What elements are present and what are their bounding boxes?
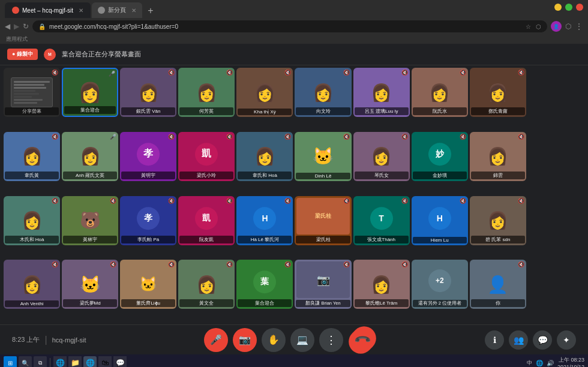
extensions-icon[interactable]: ⬡ [565, 22, 571, 31]
bookmark-icon[interactable]: ☆ [526, 23, 531, 30]
participant-tile-9[interactable]: 👩 Anh 羅氏文英 🎤 [62, 132, 118, 181]
participant-tile-30[interactable]: 葉 葉合迎合 🔇 [236, 260, 293, 309]
participant-tile-11[interactable]: 凱 梁氏小玲 🔇 [178, 132, 235, 181]
participant-tile-extra[interactable]: +2 還有另外 2 位使用者 [412, 260, 468, 309]
participant-name-21: Hà Lê 黎氏河 [238, 236, 292, 243]
profile-icon[interactable]: 👤 [551, 21, 562, 32]
participant-name-4: 向文玲 [296, 107, 350, 115]
participant-tile-1[interactable]: 👩 銀氏雲 Vân 🔇 [120, 68, 176, 117]
mute-icon-17: 🔇 [52, 198, 58, 204]
chat-button[interactable]: 💬 [533, 330, 552, 350]
participant-tile-10[interactable]: 孝 黃明宇 🔇 [120, 132, 176, 181]
participant-tile-15[interactable]: 妙 金妙璜 🔇 [412, 132, 468, 181]
window-maximize[interactable] [565, 4, 572, 11]
participant-tile-2[interactable]: 👩 何芳英 🔇 [178, 68, 235, 117]
mute-icon-2: 🔇 [226, 70, 233, 76]
participant-name-28: 董氏齊Liệu [121, 299, 175, 307]
screen-share-button[interactable]: 💻 [290, 328, 314, 352]
participant-name-16: 錦雲 [471, 172, 525, 179]
activities-button[interactable]: ✦ [557, 330, 576, 350]
participant-tile-28[interactable]: 🐱 董氏齊Liệu 🔇 [120, 260, 176, 309]
participant-tile-26[interactable]: 👩 Anh Venthi 🔇 [4, 260, 60, 309]
mute-icon-6: 🔇 [460, 70, 466, 76]
tab-close-meet[interactable]: ✕ [79, 7, 83, 14]
screen-tile-label: 分享螢幕 [5, 107, 59, 115]
sharing-notice: 葉合迎合正在分享螢幕畫面 [62, 50, 141, 59]
participant-tile-brian-yen[interactable]: 📷 顏良謙 Brian Yen 🔇 [295, 260, 351, 309]
mic-button[interactable]: 🎤 [204, 328, 228, 352]
participant-tile-27[interactable]: 🐱 梁氏夢Md 🔇 [62, 260, 118, 309]
taskbar-line-icon[interactable]: 💬 [113, 356, 127, 367]
participant-tile-17[interactable]: 👩 木氏和 Hoà 🔇 [4, 196, 60, 245]
participant-tile-7[interactable]: 👩 鄧氏青蘿 🔇 [470, 68, 526, 117]
participant-tile-31[interactable]: 👩 黎氏蟾Lê Trâm 🔇 [353, 260, 410, 309]
mute-icon-you: 🔇 [518, 261, 524, 267]
app-label-bar: 應用程式 [0, 35, 588, 44]
taskview-button[interactable]: ⧉ [34, 356, 47, 367]
participant-tile-0[interactable]: 👩 葉合迎合 🎤 [62, 68, 118, 117]
info-button[interactable]: ℹ [485, 330, 504, 350]
participant-tile-4[interactable]: 👩 向文玲 🔇 [295, 68, 351, 117]
participant-name-25: 碧 氏苯 sdn [471, 236, 525, 243]
tab-meet[interactable]: Meet – hcq-mgjf-sit ✕ [5, 2, 91, 18]
time-separator: | [44, 335, 47, 345]
window-close[interactable] [576, 4, 583, 11]
taskbar-ie-icon[interactable]: 🌐 [53, 356, 67, 367]
taskbar-folder-icon[interactable]: 📁 [68, 356, 82, 367]
menu-icon[interactable]: ⋮ [575, 22, 583, 31]
participant-name-19: 李氏帕 Pá [121, 236, 175, 243]
participant-tile-you[interactable]: 👤 你 🔇 [470, 260, 526, 309]
participant-name-8: 韋氏黃 [5, 172, 59, 179]
bottom-control-bar: 8:23 上午 | hcq-mgjf-sit 🎤 📷 ✋ 💻 ⋮ 📞 ℹ 👥 💬… [0, 324, 588, 354]
participant-name-23: 張文成Thành [355, 236, 409, 243]
new-tab-button[interactable]: + [143, 4, 158, 18]
participant-tile-14[interactable]: 👩 琴氏女 🔇 [353, 132, 410, 181]
tab-icon-newtab [98, 7, 105, 14]
participant-tile-5[interactable]: 👩 呂玉 渡璃Luu ly 🔇 [353, 68, 410, 117]
tab-newtab[interactable]: 新分頁 ✕ [92, 2, 142, 18]
participant-tile-29[interactable]: 👩 黃文全 🔇 [178, 260, 235, 309]
screen-mute-icon: 🔇 [52, 70, 58, 76]
taskbar-chrome-icon[interactable]: 🌐 [83, 356, 97, 367]
hand-raise-button[interactable]: ✋ [262, 328, 286, 352]
participant-name-0: 葉合迎合 [64, 106, 116, 114]
address-bar[interactable]: 🔒 meet.google.com/hcq-mgjf-sit?pli=1&aut… [32, 20, 547, 32]
tab-close-newtab[interactable]: ✕ [131, 7, 136, 14]
search-button[interactable]: 🔍 [19, 356, 32, 367]
mute-icon-1: 🔇 [168, 70, 175, 76]
participant-tile-23[interactable]: T 張文成Thành 🔇 [353, 196, 410, 245]
camera-button[interactable]: 📷 [233, 328, 257, 352]
nav-refresh[interactable]: ↻ [23, 22, 29, 31]
window-minimize[interactable] [554, 4, 562, 11]
nav-forward[interactable]: ▶ [14, 22, 19, 31]
end-call-button[interactable]: 📞 [344, 321, 381, 358]
start-button[interactable]: ⊞ [4, 356, 17, 367]
mute-icon-8: 🔇 [52, 134, 58, 140]
participant-tile-6[interactable]: 👩 阮氏水 🔇 [412, 68, 468, 117]
people-button[interactable]: 👥 [509, 330, 528, 350]
mute-icon-20: 🔇 [226, 198, 233, 204]
participant-tile-13[interactable]: 🐱 Dinh Lê 🔇 [295, 132, 351, 181]
participant-tile-22[interactable]: 梁氏桂 梁氏桂 🔇 [295, 196, 351, 245]
participant-tile-20[interactable]: 凱 阮友凱 🔇 [178, 196, 235, 245]
participant-tile-12[interactable]: 👩 韋氏和 Hoà 🔇 [236, 132, 293, 181]
mute-icon-10: 🔇 [168, 134, 175, 140]
mute-icon-25: 🔇 [518, 198, 524, 204]
participant-tile-18[interactable]: 🐻 黃林宇 🔇 [62, 196, 118, 245]
participant-tile-24[interactable]: H Hiem Lu 🔇 [412, 196, 468, 245]
more-options-button[interactable]: ⋮ [319, 328, 343, 352]
participant-tile-3[interactable]: 👩 Kha thị Xý 🔇 [236, 68, 293, 117]
nav-back[interactable]: ◀ [5, 22, 10, 31]
taskbar-store-icon[interactable]: 🛍 [98, 356, 112, 367]
participant-tile-21[interactable]: H Hà Lê 黎氏河 🔇 [236, 196, 293, 245]
extension-icon[interactable]: ⬡ [536, 23, 541, 30]
participant-name-1: 銀氏雲 Vân [121, 107, 175, 115]
participant-tile-8[interactable]: 👩 韋氏黃 🔇 [4, 132, 60, 181]
mute-icon-23: 🔇 [401, 198, 408, 204]
participant-tile-25[interactable]: 👩 碧 氏苯 sdn 🔇 [470, 196, 526, 245]
mute-icon-4: 🔇 [343, 70, 350, 76]
mute-icon-5: 🔇 [401, 70, 408, 76]
participant-tile-19[interactable]: 孝 李氏帕 Pá 🔇 [120, 196, 176, 245]
taskbar-clock: 上午 08:23 2021/10/12 [557, 356, 584, 368]
participant-tile-16[interactable]: 👩 錦雲 🔇 [470, 132, 526, 181]
